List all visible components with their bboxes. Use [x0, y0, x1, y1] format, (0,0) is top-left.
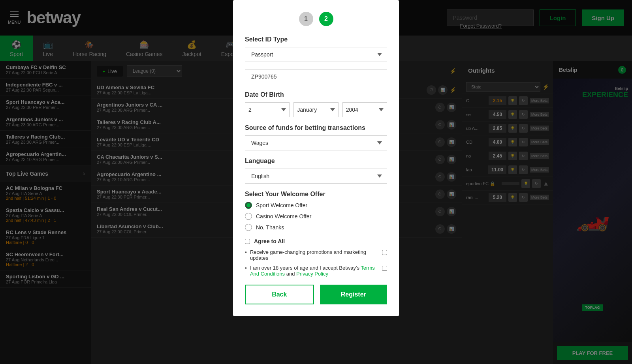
step-2-circle: 2: [319, 12, 333, 26]
no-thanks-radio[interactable]: [245, 224, 252, 231]
dob-row: 2 1 3 January February March 2004 2003 2…: [245, 102, 387, 117]
no-thanks-option[interactable]: No, Thanks: [245, 224, 387, 231]
bullet-icon-0: •: [245, 249, 247, 255]
source-of-funds-label: Source of funds for betting transactions: [245, 124, 387, 131]
language-select[interactable]: English French Spanish Portuguese: [245, 169, 387, 184]
language-label: Language: [245, 158, 387, 165]
source-of-funds-group: Source of funds for betting transactions…: [245, 124, 387, 150]
sport-offer-radio[interactable]: [245, 202, 252, 209]
register-button[interactable]: Register: [320, 285, 387, 304]
terms-checkbox[interactable]: [382, 266, 387, 271]
casino-offer-radio[interactable]: [245, 213, 252, 220]
welcome-offer-label: Select Your Welcome Offer: [245, 191, 387, 198]
agree-all-row: Agree to All: [245, 238, 387, 244]
step-1-circle: 1: [299, 12, 313, 26]
agree-all-checkbox[interactable]: [245, 239, 250, 244]
bullet-item-1: • I am over 18 years of age and I accept…: [245, 265, 387, 277]
bullet-item-0: • Receive game-changing promotions and m…: [245, 249, 387, 261]
dob-month-select[interactable]: January February March: [293, 102, 338, 117]
id-type-select[interactable]: Passport National ID Driver's License: [245, 47, 387, 62]
step-indicators: 1 2: [245, 12, 387, 26]
id-type-group: Select ID Type Passport National ID Driv…: [245, 36, 387, 62]
modal-actions: Back Register: [245, 285, 387, 304]
modal-overlay: 1 2 Select ID Type Passport National ID …: [0, 0, 632, 364]
source-of-funds-select[interactable]: Wages Salary Business Income Other: [245, 135, 387, 150]
casino-offer-option[interactable]: Casino Welcome Offer: [245, 213, 387, 220]
bullet-icon-1: •: [245, 265, 247, 271]
dob-year-select[interactable]: 2004 2003 2002: [342, 102, 387, 117]
dob-label: Date Of Birth: [245, 91, 387, 98]
id-number-group: [245, 69, 387, 84]
agree-section: Agree to All • Receive game-changing pro…: [245, 238, 387, 277]
marketing-checkbox[interactable]: [382, 250, 387, 255]
welcome-offer-radio-group: Sport Welcome Offer Casino Welcome Offer…: [245, 202, 387, 231]
id-number-input[interactable]: [245, 69, 387, 84]
registration-modal: 1 2 Select ID Type Passport National ID …: [233, 0, 399, 316]
dob-day-select[interactable]: 2 1 3: [245, 102, 290, 117]
privacy-link[interactable]: Privacy Policy: [296, 271, 328, 277]
welcome-offer-group: Select Your Welcome Offer Sport Welcome …: [245, 191, 387, 231]
id-type-label: Select ID Type: [245, 36, 387, 43]
language-group: Language English French Spanish Portugue…: [245, 158, 387, 184]
back-button[interactable]: Back: [245, 285, 314, 304]
sport-offer-option[interactable]: Sport Welcome Offer: [245, 202, 387, 209]
dob-group: Date Of Birth 2 1 3 January February Mar…: [245, 91, 387, 117]
